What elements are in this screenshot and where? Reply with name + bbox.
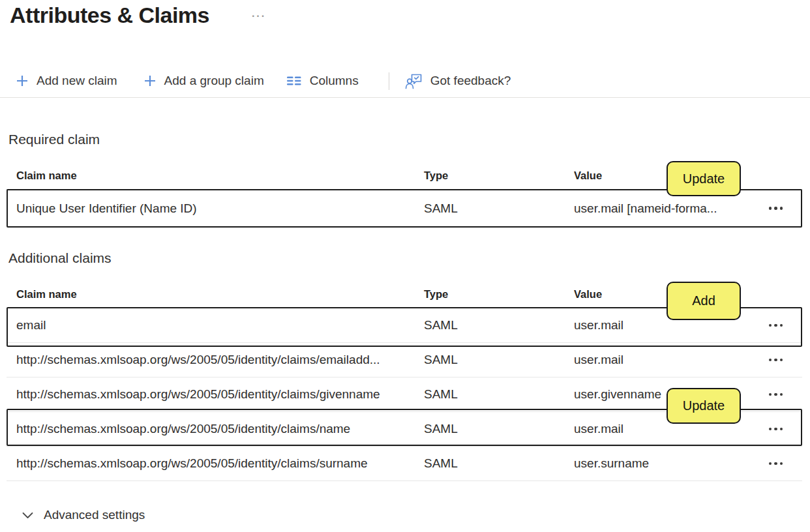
column-header-value: Value [574,170,747,182]
table-row[interactable]: http://schemas.xmlsoap.org/ws/2005/05/id… [7,412,802,447]
row-context-menu-button[interactable] [769,389,783,400]
toolbar-divider [389,72,389,90]
toolbar-divider-rule [0,97,810,98]
row-context-menu-button[interactable] [769,320,783,331]
claim-name-cell: http://schemas.xmlsoap.org/ws/2005/05/id… [7,387,424,402]
plus-icon [16,74,29,87]
type-cell: SAML [424,422,574,436]
table-row[interactable]: http://schemas.xmlsoap.org/ws/2005/05/id… [7,377,802,412]
column-header-claim-name: Claim name [7,170,424,182]
add-group-claim-button[interactable]: Add a group claim [143,74,264,88]
row-context-menu-button[interactable] [769,424,783,435]
chevron-down-icon [22,512,33,519]
feedback-icon [405,73,423,89]
columns-label: Columns [310,74,359,88]
value-cell: user.mail [574,353,747,367]
type-cell: SAML [424,387,574,402]
additional-claims-section-title: Additional claims [8,250,112,266]
column-header-type: Type [424,288,574,301]
type-cell: SAML [424,318,574,332]
claim-name-cell: http://schemas.xmlsoap.org/ws/2005/05/id… [7,422,424,436]
advanced-settings-label: Advanced settings [44,508,145,522]
command-bar: Add new claim Add a group claim Columns [16,67,511,95]
value-cell: user.mail [574,422,747,436]
table-row[interactable]: emailSAMLuser.mail [7,308,802,343]
row-context-menu-button[interactable] [769,203,783,214]
column-header-claim-name: Claim name [7,288,424,301]
table-row[interactable]: http://schemas.xmlsoap.org/ws/2005/05/id… [7,343,802,377]
column-header-value: Value [574,288,747,301]
got-feedback-label: Got feedback? [430,74,511,88]
add-new-claim-button[interactable]: Add new claim [16,74,117,88]
required-claim-table: Claim name Type Value Unique User Identi… [7,162,802,228]
row-context-menu-button[interactable] [769,458,783,469]
value-cell: user.mail [nameid-forma... [574,201,747,216]
claim-name-cell: http://schemas.xmlsoap.org/ws/2005/05/id… [7,353,424,367]
columns-button[interactable]: Columns [286,74,359,88]
page-title: Attributes & Claims [10,3,209,28]
type-cell: SAML [424,353,574,367]
value-cell: user.mail [574,318,747,332]
additional-claims-table-header: Claim name Type Value [7,280,802,308]
type-cell: SAML [424,201,574,216]
add-new-claim-label: Add new claim [37,74,117,88]
claim-name-cell: Unique User Identifier (Name ID) [7,201,424,216]
required-claim-section-title: Required claim [8,132,100,147]
got-feedback-button[interactable]: Got feedback? [405,73,511,89]
value-cell: user.surname [574,456,747,471]
advanced-settings-toggle[interactable]: Advanced settings [22,508,145,522]
table-row[interactable]: Unique User Identifier (Name ID)SAMLuser… [7,190,802,228]
plus-icon [143,74,157,87]
columns-icon [286,75,302,87]
value-cell: user.givenname [574,387,747,402]
required-claim-table-header: Claim name Type Value [7,162,802,190]
additional-claims-table: Claim name Type Value emailSAMLuser.mail… [7,280,802,481]
row-context-menu-button[interactable] [769,355,783,366]
type-cell: SAML [424,456,574,471]
column-header-type: Type [424,170,574,182]
attributes-claims-page: Attributes & Claims ··· Add new claim Ad… [0,0,810,532]
add-group-claim-label: Add a group claim [164,74,264,88]
claim-name-cell: email [7,318,424,332]
table-row[interactable]: http://schemas.xmlsoap.org/ws/2005/05/id… [7,447,802,481]
title-context-menu-icon[interactable]: ··· [252,10,266,22]
claim-name-cell: http://schemas.xmlsoap.org/ws/2005/05/id… [7,456,424,471]
